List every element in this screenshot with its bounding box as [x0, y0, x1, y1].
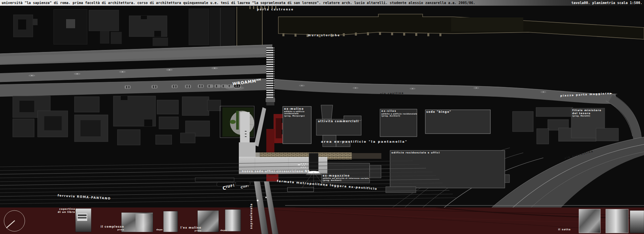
label-filiale-ministero: filiale ministero del tesoro (prog. More… — [572, 109, 601, 117]
sotto-photo-3 — [630, 210, 644, 233]
thesis-title: università "la sapienza" di roma. prima … — [0, 1, 475, 5]
label-ex-mulino: ex-mulino adibito a edificio residenzial… — [284, 107, 305, 117]
site-plan-board: università "la sapienza" di roma. prima … — [0, 0, 644, 234]
title-bar: università "la sapienza" di roma. prima … — [0, 0, 644, 6]
complesso-dopo-photo — [163, 211, 178, 232]
edificio-residenziale-building — [390, 150, 505, 188]
sotto-photo-1 — [579, 209, 600, 233]
label-ex-silos: ex-silos adibito a edificio residenziale… — [381, 110, 417, 117]
caption-sopraelevata: sopraelevata — [250, 208, 253, 229]
caption-il-sotto: il sotto — [558, 228, 571, 231]
label-ex-magazzino: ex-magazzino adibito ad attività di inte… — [323, 174, 369, 182]
caption-dopo-1: dopo — [156, 229, 163, 231]
label-porta-castrense: porta castrense — [257, 8, 294, 11]
label-edificio-residenziale: edificio residenziale e uffici — [391, 151, 440, 154]
sheet-title: tavola00. planimetria scala 1:500. — [572, 1, 644, 5]
label-nuova-sede: nuova sede uffici circoscrizione N9 — [242, 170, 310, 173]
label-area-ex-pastificio: area ex-pastificio "la pantanella" — [321, 140, 408, 144]
arrow-right-icon: ► — [609, 91, 612, 95]
label-mura-storiche: mura storiche — [308, 34, 340, 37]
caption-copertina: copertina di un libro — [50, 208, 75, 214]
zebra-footbridge — [266, 47, 275, 105]
sound-effect-train-2: CIUF! — [240, 183, 249, 190]
label-sede-bingo: sede "bingo" — [426, 110, 451, 113]
mulino-dopo-photo — [225, 209, 241, 231]
sotto-photo-2 — [606, 209, 628, 233]
caption-dopo-2: dopo — [220, 229, 227, 232]
caption-il-complesso: il complesso prima — [101, 226, 124, 231]
caption-lex-mulino: l'ex mulino prima — [180, 227, 201, 232]
label-attivita-commerciali: attività commerciali — [318, 120, 359, 123]
